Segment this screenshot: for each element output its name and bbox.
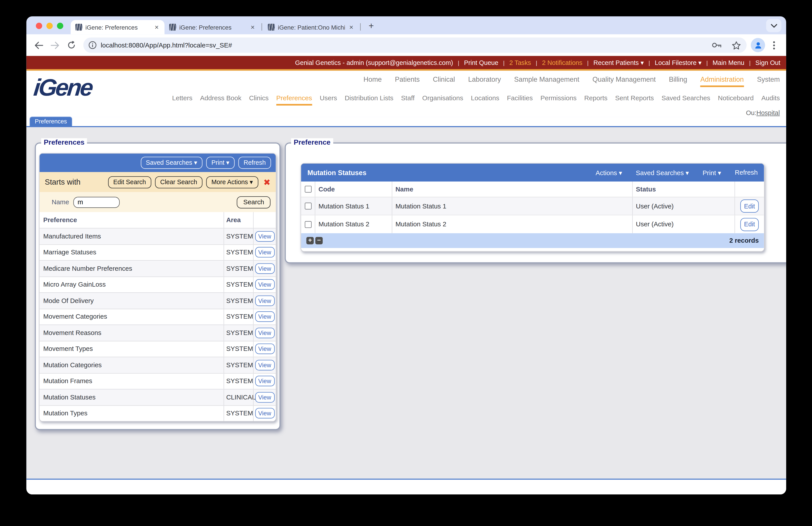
main-menu-link[interactable]: Main Menu [712, 59, 744, 66]
table-row: Movement Types SYSTEM View [40, 341, 276, 357]
remove-row-button[interactable]: − [315, 237, 323, 244]
status-name: Mutation Status 1 [392, 197, 632, 215]
print-dropdown[interactable]: Print ▾ [702, 169, 721, 176]
nav-letters[interactable]: Letters [172, 95, 192, 105]
zoom-window-button[interactable] [57, 23, 63, 29]
status-state: User (Active) [632, 215, 735, 233]
profile-avatar[interactable] [751, 38, 765, 52]
view-button[interactable]: View [255, 392, 274, 402]
nav-sent-reports[interactable]: Sent Reports [615, 95, 654, 105]
refresh-button[interactable]: Refresh [735, 169, 758, 176]
saved-searches-dropdown[interactable]: Saved Searches ▾ [636, 169, 689, 176]
view-button[interactable]: View [255, 263, 274, 274]
table-row: Mutation Status 1 Mutation Status 1 User… [301, 197, 764, 215]
view-button[interactable]: View [255, 376, 274, 386]
nav-preferences[interactable]: Preferences [276, 95, 312, 105]
edit-search-button[interactable]: Edit Search [108, 176, 151, 188]
recent-patients-dropdown[interactable]: Recent Patients ▾ [593, 59, 644, 66]
refresh-button[interactable]: Refresh [238, 157, 271, 169]
add-row-button[interactable]: + [306, 237, 314, 244]
browser-tab-1[interactable]: iGene: Preferences × [71, 20, 164, 34]
print-queue-link[interactable]: Print Queue [464, 59, 498, 66]
close-filter-icon[interactable]: ✖ [263, 177, 271, 187]
new-tab-button[interactable]: + [365, 20, 378, 33]
tab-search-chevron-button[interactable] [766, 19, 781, 32]
local-filestore-dropdown[interactable]: Local Filestore ▾ [655, 59, 701, 66]
nav-sample-management[interactable]: Sample Management [514, 75, 579, 87]
name-filter-row: Name Search [40, 192, 276, 212]
back-button[interactable] [31, 38, 46, 53]
nav-locations[interactable]: Locations [471, 95, 499, 105]
view-button[interactable]: View [255, 247, 274, 258]
view-button[interactable]: View [255, 344, 274, 354]
nav-administration[interactable]: Administration [700, 75, 744, 87]
nav-facilities[interactable]: Facilities [507, 95, 533, 105]
browser-tab-2[interactable]: iGene: Preferences × [164, 20, 261, 34]
nav-laboratory[interactable]: Laboratory [468, 75, 501, 87]
select-all-checkbox[interactable] [304, 186, 311, 193]
account-info: Genial Genetics - admin (support@genialg… [295, 59, 453, 66]
clear-search-button[interactable]: Clear Search [155, 176, 202, 188]
site-info-icon [88, 41, 97, 49]
row-checkbox[interactable] [304, 221, 311, 228]
tab-title: iGene: Patient:Ono Michio [278, 24, 345, 30]
nav-audits[interactable]: Audits [762, 95, 780, 105]
notifications-link[interactable]: 2 Notifications [542, 59, 582, 66]
print-dropdown[interactable]: Print ▾ [206, 157, 234, 169]
nav-distribution-lists[interactable]: Distribution Lists [345, 95, 393, 105]
nav-staff[interactable]: Staff [401, 95, 415, 105]
edit-button[interactable]: Edit [740, 218, 759, 231]
more-actions-dropdown[interactable]: More Actions ▾ [206, 176, 258, 188]
search-button[interactable]: Search [237, 196, 271, 208]
sign-out-link[interactable]: Sign Out [755, 59, 780, 66]
col-name: Name [392, 182, 632, 197]
nav-reports[interactable]: Reports [584, 95, 607, 105]
ou-hospital-link[interactable]: Hospital [756, 109, 780, 117]
table-row: Mutation Categories SYSTEM View [40, 357, 276, 373]
password-manager-button[interactable] [709, 38, 724, 53]
nav-system[interactable]: System [757, 75, 780, 87]
edit-button[interactable]: Edit [740, 199, 759, 213]
bookmark-button[interactable] [729, 38, 744, 53]
close-window-button[interactable] [36, 23, 42, 29]
key-icon [712, 42, 722, 48]
view-button[interactable]: View [255, 360, 274, 370]
browser-menu-button[interactable] [766, 38, 781, 53]
url-text[interactable]: localhost:8080/App/App.html?locale=sv_SE… [101, 42, 705, 49]
browser-tab-3[interactable]: iGene: Patient:Ono Michio × [263, 20, 359, 34]
nav-users[interactable]: Users [320, 95, 337, 105]
tasks-link[interactable]: 2 Tasks [509, 59, 531, 66]
omnibox[interactable]: localhost:8080/App/App.html?locale=sv_SE… [83, 38, 747, 53]
nav-quality-management[interactable]: Quality Management [592, 75, 656, 87]
tab-close-icon[interactable]: × [348, 23, 354, 31]
forward-button[interactable] [47, 38, 63, 53]
tab-close-icon[interactable]: × [154, 23, 160, 31]
view-button[interactable]: View [255, 408, 274, 419]
actions-dropdown[interactable]: Actions ▾ [596, 169, 622, 176]
saved-searches-dropdown[interactable]: Saved Searches ▾ [141, 157, 203, 169]
minimize-window-button[interactable] [46, 23, 53, 29]
view-button[interactable]: View [255, 231, 274, 242]
nav-noticeboard[interactable]: Noticeboard [718, 95, 754, 105]
nav-clinics[interactable]: Clinics [249, 95, 269, 105]
row-checkbox[interactable] [304, 203, 311, 210]
view-button[interactable]: View [255, 327, 274, 338]
view-button[interactable]: View [255, 279, 274, 290]
nav-saved-searches[interactable]: Saved Searches [662, 95, 710, 105]
nav-home[interactable]: Home [363, 75, 382, 87]
reload-button[interactable] [64, 38, 79, 53]
name-filter-input[interactable] [73, 197, 120, 208]
tab-close-icon[interactable]: × [249, 23, 256, 31]
preference-area: SYSTEM [223, 357, 253, 373]
nav-permissions[interactable]: Permissions [540, 95, 577, 105]
nav-address-book[interactable]: Address Book [200, 95, 242, 105]
view-button[interactable]: View [255, 311, 274, 322]
view-button[interactable]: View [255, 296, 274, 306]
nav-billing[interactable]: Billing [669, 75, 687, 87]
nav-patients[interactable]: Patients [395, 75, 420, 87]
name-label: Name [52, 198, 69, 205]
nav-clinical[interactable]: Clinical [433, 75, 455, 87]
preference-detail-panel: Preference Mutation Statuses Actions ▾ S… [285, 142, 786, 263]
page-tab-preferences[interactable]: Preferences [30, 117, 72, 126]
nav-organisations[interactable]: Organisations [422, 95, 463, 105]
